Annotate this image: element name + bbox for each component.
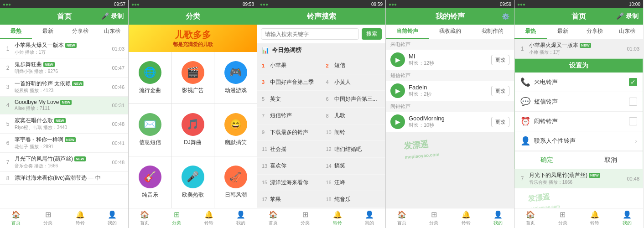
play-button-fadein[interactable]: ▶ (390, 83, 405, 98)
tab-current[interactable]: 当前铃声 (386, 25, 429, 39)
category-icon-anime: 🎮 (224, 61, 247, 84)
list-item[interactable]: 9 下载最多的铃声 (257, 124, 322, 141)
search-input[interactable] (261, 28, 359, 40)
category-item-pop[interactable]: 🌐 流行金曲 (129, 52, 171, 104)
category-item-pure[interactable]: 🎸 纯音乐 (129, 156, 171, 208)
nav-mine-4[interactable]: 👤 我的 (482, 208, 514, 228)
category-icon-nav-3: ⊞ (302, 210, 308, 219)
list-item[interactable]: 10 闹铃 (322, 124, 386, 141)
tab-hot-5[interactable]: 最热 (514, 25, 547, 39)
table-row[interactable]: 4 Goodbye My Love NEW Ailee 播放：7111 00:3… (0, 97, 128, 114)
set-as-sms[interactable]: 💬 短信铃声 (515, 92, 643, 112)
list-item[interactable]: 3 中国好声音第三季 (257, 74, 322, 91)
tab-collected[interactable]: 我收藏的 (429, 25, 472, 39)
hot-list: 1 小苹果 2 短信 3 中国好声音第三季 4 小黄人 5 英文 6 中国好声音… (257, 57, 385, 208)
record-icon-5[interactable]: 🎤 录制 (616, 12, 639, 21)
tab-made[interactable]: 我制作的 (471, 25, 514, 39)
table-row[interactable]: 1 小苹果火爆又一版本 NEW 小帅 播放：1万 01:03 (0, 39, 128, 58)
nav-mine-2[interactable]: 👤 我的 (225, 208, 257, 228)
tab-share-1[interactable]: 分享榜 (64, 25, 96, 39)
top-song-row[interactable]: 1 小苹果火爆又一版本 NEW 小帅 播放：1万 01:03 (514, 39, 643, 58)
list-item[interactable]: 17 苹果 (257, 191, 322, 208)
set-as-contact[interactable]: 👤 联系人个性铃声 › (515, 131, 643, 151)
list-item[interactable]: 15 漂洋过海来看你 (257, 175, 322, 192)
category-item-anime[interactable]: 🎮 动漫游戏 (214, 52, 257, 104)
nav-home-5[interactable]: 🏠 首页 (514, 208, 547, 228)
list-item[interactable]: 5 英文 (257, 91, 322, 108)
checkbox-alarm[interactable] (629, 117, 637, 125)
confirm-button[interactable]: 确定 (515, 151, 579, 169)
alarm-icon: ⏰ (520, 116, 534, 126)
category-item-japanese[interactable]: 🎻 日韩风潮 (214, 156, 257, 208)
category-item-western[interactable]: 🎤 欧美热歌 (171, 156, 214, 208)
list-item[interactable]: 14 搞笑 (322, 158, 386, 175)
nav-ring-5[interactable]: 🔔 铃铃 (579, 208, 611, 228)
set-as-alarm[interactable]: ⏰ 闹铃铃声 (515, 112, 643, 131)
nav-ring-2[interactable]: 🔔 铃铃 (193, 208, 225, 228)
list-item[interactable]: 1 小苹果 (257, 57, 322, 74)
nav-category-4[interactable]: ⊞ 分类 (418, 208, 450, 228)
play-button-mi[interactable]: ▶ (390, 52, 405, 67)
nav-ring-4[interactable]: 🔔 铃铃 (450, 208, 482, 228)
tab-share-5[interactable]: 分享榜 (579, 25, 611, 39)
tab-shandong-5[interactable]: 山东榜 (611, 25, 644, 39)
nav-mine-1[interactable]: 👤 我的 (96, 208, 128, 228)
nav-ring-1[interactable]: 🔔 铃铃 (64, 208, 96, 228)
list-item[interactable]: 11 社会摇 (257, 141, 322, 158)
table-row[interactable]: 7 月光下的凤尾竹(葫芦丝) NEW 音乐合奏 播放：1666 00:48 (0, 153, 128, 172)
list-item[interactable]: 7 短信铃声 (257, 108, 322, 124)
nav-category-2[interactable]: ⊞ 分类 (161, 208, 192, 228)
time-2: 09:58 (243, 2, 254, 7)
record-icon-1[interactable]: 🎤 录制 (101, 12, 124, 21)
bottom-nav-1: 🏠 首页 ⊞ 分类 🔔 铃铃 👤 我的 (0, 208, 128, 228)
nav-ring-3[interactable]: 🔔 铃铃 (322, 208, 353, 228)
tab-new-1[interactable]: 最新 (32, 25, 64, 39)
list-item[interactable]: 18 纯音乐 (322, 191, 386, 208)
nav-category-1[interactable]: ⊞ 分类 (32, 208, 64, 228)
play-button-goodmorning[interactable]: ▶ (390, 114, 405, 129)
nav-category-5[interactable]: ⊞ 分类 (547, 208, 579, 228)
cancel-button[interactable]: 取消 (579, 151, 643, 169)
change-alarm-btn[interactable]: 更改 (491, 117, 509, 127)
list-item[interactable]: 16 汪峰 (322, 175, 386, 192)
nav-home-3[interactable]: 🏠 首页 (257, 208, 289, 228)
bottom-song-row[interactable]: 7 月光下的凤尾竹(葫芦丝) NEW 音乐合奏 播放：1666 00:48 (514, 169, 643, 188)
list-item[interactable]: 6 中国好声音第三... (322, 91, 386, 108)
nav-mine-5[interactable]: 👤 我的 (611, 208, 644, 228)
nav-mine-3[interactable]: 👤 我的 (353, 208, 385, 228)
nav-category-3[interactable]: ⊞ 分类 (289, 208, 321, 228)
category-item-dj[interactable]: 🎵 DJ舞曲 (171, 104, 214, 155)
category-item-sms[interactable]: ✉️ 信息短信 (129, 104, 171, 155)
table-row[interactable]: 8 漂洋过海来看你(live)高潮节选 — 中 (0, 172, 128, 185)
list-item[interactable]: 12 咱们结婚吧 (322, 141, 386, 158)
settings-icon[interactable]: ⚙️ (502, 13, 509, 20)
category-item-funny[interactable]: 😄 幽默搞笑 (214, 104, 257, 155)
list-item[interactable]: 13 喜欢你 (257, 158, 322, 175)
status-icons-4: ●●● (389, 2, 397, 7)
list-item[interactable]: 4 小黄人 (322, 74, 386, 91)
category-item-film[interactable]: 🎬 影视广告 (171, 52, 214, 104)
set-as-incoming[interactable]: 📞 来电铃声 ✓ (515, 73, 643, 92)
nav-home-2[interactable]: 🏠 首页 (129, 208, 161, 228)
list-item[interactable]: 8 儿歌 (322, 108, 386, 124)
search-button[interactable]: 搜索 (362, 28, 382, 40)
table-row[interactable]: 2 鬼步舞狂曲 NEW 明烨小张 播放：9276 00:47 (0, 58, 128, 78)
change-sms-btn[interactable]: 更改 (491, 86, 509, 96)
nav-home-4[interactable]: 🏠 首页 (386, 208, 418, 228)
change-incoming-btn[interactable]: 更改 (491, 55, 509, 65)
tab-new-5[interactable]: 最新 (547, 25, 579, 39)
list-item[interactable]: 2 短信 (322, 57, 386, 74)
nav-home-1[interactable]: 🏠 首页 (0, 208, 32, 228)
search-bar: 搜索 (257, 25, 385, 43)
tab-shandong-1[interactable]: 山东榜 (96, 25, 128, 39)
confirm-bar: 确定 取消 (515, 151, 643, 169)
table-row[interactable]: 5 寂寞在唱什么歌 NEW Riyo橙、韦琪 播放：3440 00:48 (0, 114, 128, 134)
header-title-3: 铃声搜索 (307, 12, 336, 21)
checkbox-sms[interactable] (629, 98, 637, 106)
table-row[interactable]: 6 李宇春 - 和你一样啊 NEW 花仙子 播放：2891 00:41 (0, 134, 128, 153)
category-icon-film: 🎬 (182, 61, 204, 84)
alarm-section: 闹钟铃声 ▶ GoodMorning 时长：10秒 更改 (386, 101, 514, 132)
tab-hot-1[interactable]: 最热 (0, 25, 32, 39)
checkbox-incoming[interactable]: ✓ (629, 78, 637, 86)
table-row[interactable]: 3 一首好听的铃声 太依赖 NEW 晓辰枫 播放：4123 00:46 (0, 78, 128, 97)
